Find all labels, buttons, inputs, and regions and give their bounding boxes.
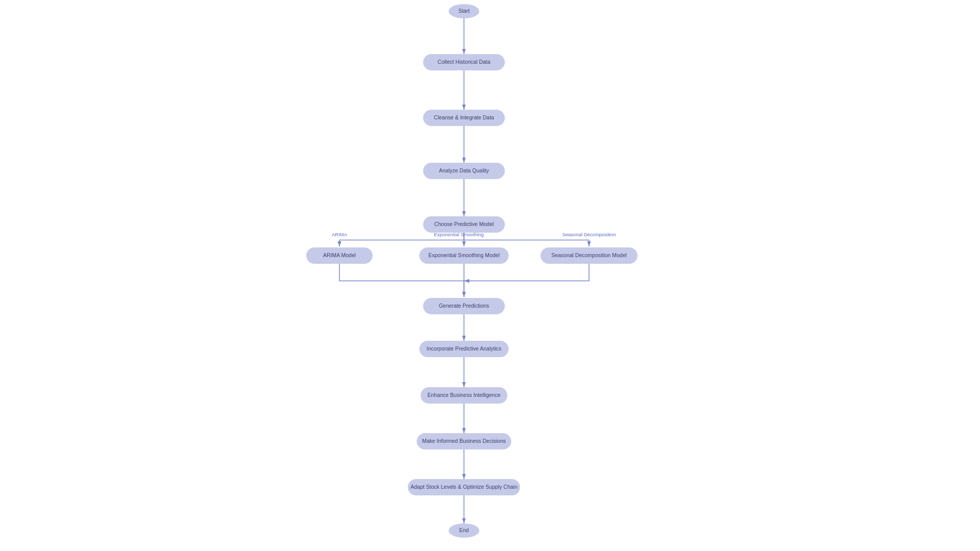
svg-text:ARIMA Model: ARIMA Model <box>323 252 356 258</box>
svg-text:Start: Start <box>458 8 470 14</box>
svg-text:Analyze Data Quality: Analyze Data Quality <box>439 167 489 173</box>
svg-text:Seasonal Decomposition Model: Seasonal Decomposition Model <box>551 252 627 258</box>
svg-text:End: End <box>459 527 469 533</box>
svg-text:Collect Historical Data: Collect Historical Data <box>437 59 490 65</box>
svg-text:Choose Predictive Model: Choose Predictive Model <box>434 221 494 227</box>
svg-text:Incorporate Predictive Analyti: Incorporate Predictive Analytics <box>427 345 502 352</box>
svg-text:Adapt Stock Levels & Optimize : Adapt Stock Levels & Optimize Supply Cha… <box>410 484 518 490</box>
svg-text:Cleanse & Integrate Data: Cleanse & Integrate Data <box>434 114 494 120</box>
svg-text:Exponential Smoothing: Exponential Smoothing <box>434 232 484 237</box>
svg-text:Seasonal Decomposition: Seasonal Decomposition <box>562 232 616 237</box>
svg-text:Make Informed Business Decisio: Make Informed Business Decisions <box>422 438 506 444</box>
diagram-container: StartCollect Historical DataCleanse & In… <box>0 0 980 551</box>
flowchart-svg: StartCollect Historical DataCleanse & In… <box>0 0 980 551</box>
svg-text:Generate Predictions: Generate Predictions <box>439 303 489 309</box>
svg-text:ARIMA: ARIMA <box>332 232 348 237</box>
svg-text:Exponential Smoothing Model: Exponential Smoothing Model <box>428 252 500 258</box>
svg-text:Enhance Business Intelligence: Enhance Business Intelligence <box>427 392 500 398</box>
